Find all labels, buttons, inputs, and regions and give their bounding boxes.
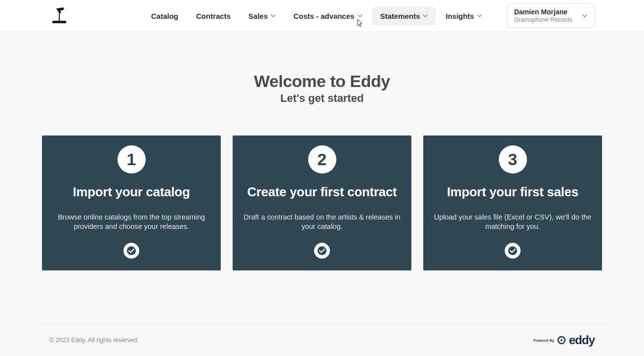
page-subtitle: Let's get started	[42, 92, 602, 105]
footer-brand[interactable]: Powered By eddy	[533, 333, 595, 347]
card-title: Create your first contract	[247, 184, 397, 200]
nav-statements[interactable]: Statements	[372, 7, 436, 25]
check-icon	[123, 243, 139, 259]
nav-label: Insights	[445, 12, 474, 20]
onboarding-card-sales[interactable]: 3 Import your first sales Upload your sa…	[423, 135, 602, 270]
chevron-down-icon	[358, 13, 362, 18]
nav-label: Costs - advances	[293, 12, 354, 20]
eddy-logo-icon	[557, 336, 566, 345]
svg-rect-0	[59, 14, 60, 21]
�onboarding-card-catalog[interactable]: 1 Import your catalog Browse online cata…	[42, 135, 221, 270]
step-number-badge: 1	[118, 145, 146, 174]
powered-by-label: Powered By	[533, 339, 554, 342]
onboarding-cards: 1 Import your catalog Browse online cata…	[42, 135, 602, 270]
user-text: Damien Morjane Gramophone Records	[514, 8, 572, 23]
user-org: Gramophone Records	[514, 16, 572, 23]
user-menu[interactable]: Damien Morjane Gramophone Records	[507, 3, 595, 28]
nav-sales[interactable]: Sales	[241, 7, 283, 25]
main-content: Welcome to Eddy Let's get started 1 Impo…	[0, 32, 644, 270]
nav-label: Contracts	[196, 12, 231, 20]
step-number-badge: 3	[499, 145, 527, 174]
card-description: Browse online catalogs from the top stre…	[52, 213, 210, 232]
eddy-wordmark: eddy	[569, 333, 595, 347]
nav-contracts[interactable]: Contracts	[188, 7, 239, 25]
check-icon	[505, 243, 521, 259]
nav-label: Statements	[380, 12, 420, 20]
svg-point-6	[561, 339, 563, 341]
svg-point-4	[508, 246, 517, 255]
main-nav: Catalog Contracts Sales Costs - advances…	[143, 7, 490, 25]
card-description: Upload your sales file (Excel or CSV), w…	[434, 213, 592, 232]
footer-copyright: © 2023 Eddy. All rights reserved.	[49, 337, 139, 344]
svg-point-2	[127, 246, 136, 255]
svg-rect-1	[53, 21, 65, 23]
nav-label: Catalog	[151, 12, 178, 20]
step-number-badge: 2	[308, 145, 336, 174]
top-header: Catalog Contracts Sales Costs - advances…	[0, 0, 644, 32]
svg-point-3	[318, 246, 326, 255]
check-icon	[314, 243, 330, 259]
nav-label: Sales	[248, 12, 268, 20]
card-title: Import your first sales	[447, 184, 578, 200]
footer: © 2023 Eddy. All rights reserved. Powere…	[35, 324, 609, 356]
card-description: Draft a contract based on the artists & …	[243, 213, 401, 232]
nav-costs-advances[interactable]: Costs - advances	[285, 7, 370, 25]
page-title: Welcome to Eddy	[42, 72, 602, 91]
gramophone-icon	[49, 6, 69, 26]
chevron-down-icon	[477, 13, 482, 18]
user-name: Damien Morjane	[514, 8, 572, 16]
onboarding-card-contract[interactable]: 2 Create your first contract Draft a con…	[233, 135, 411, 270]
chevron-down-icon	[582, 13, 587, 18]
card-title: Import your catalog	[73, 184, 190, 200]
nav-catalog[interactable]: Catalog	[143, 7, 186, 25]
app-logo[interactable]	[49, 6, 69, 26]
nav-insights[interactable]: Insights	[438, 7, 490, 25]
chevron-down-icon	[423, 13, 428, 18]
chevron-down-icon	[271, 13, 276, 18]
